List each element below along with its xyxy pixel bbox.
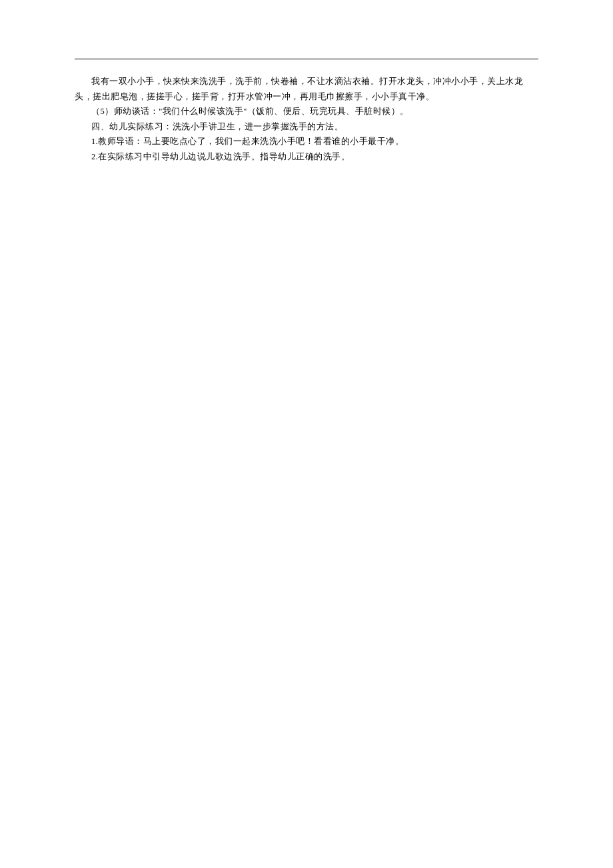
paragraph-item-5: （5）师幼谈话："我们什么时候该洗手"（饭前、便后、玩完玩具、手脏时候）。	[75, 104, 538, 119]
paragraph-rhyme: 我有一双小小手，快来快来洗洗手，洗手前，快卷袖，不让水滴沾衣袖。打开水龙头，冲冲…	[75, 74, 538, 104]
paragraph-section-4: 四、幼儿实际练习：洗洗小手讲卫生，进一步掌握洗手的方法。	[75, 119, 538, 135]
document-body: 我有一双小小手，快来快来洗洗手，洗手前，快卷袖，不让水滴沾衣袖。打开水龙头，冲冲…	[75, 74, 538, 164]
document-page: 我有一双小小手，快来快来洗洗手，洗手前，快卷袖，不让水滴沾衣袖。打开水龙头，冲冲…	[0, 0, 613, 164]
paragraph-item-2: 2.在实际练习中引导幼儿边说儿歌边洗手。指导幼儿正确的洗手。	[75, 149, 538, 165]
horizontal-divider	[75, 59, 538, 59]
paragraph-item-1: 1.教师导语：马上要吃点心了，我们一起来洗洗小手吧！看看谁的小手最干净。	[75, 134, 538, 149]
